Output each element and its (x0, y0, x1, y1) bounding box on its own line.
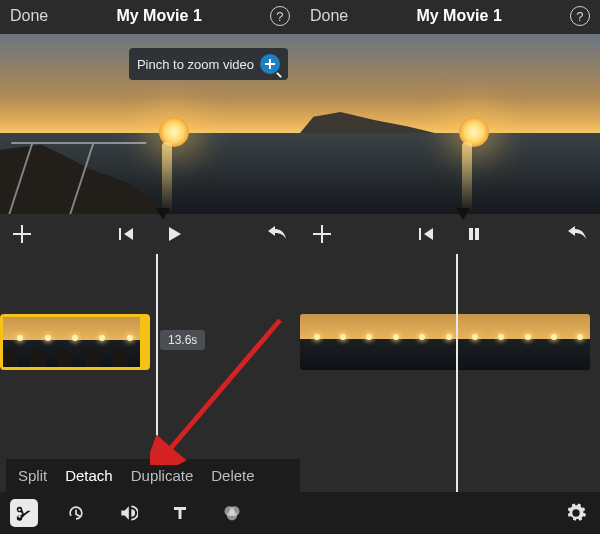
header: Done My Movie 1 ? (300, 0, 600, 34)
filters-button[interactable] (218, 499, 246, 527)
clip-duration: 13.6s (160, 330, 205, 350)
speed-button[interactable] (62, 499, 90, 527)
done-button[interactable]: Done (10, 7, 48, 25)
bottom-toolbar (0, 492, 300, 534)
split-button[interactable]: Split (18, 467, 47, 484)
skip-back-button[interactable] (116, 224, 136, 244)
delete-button[interactable]: Delete (211, 467, 254, 484)
done-button[interactable]: Done (310, 7, 348, 25)
bottom-toolbar (300, 492, 600, 534)
clip[interactable] (300, 314, 590, 370)
playhead-marker-icon (156, 208, 170, 220)
timeline-controls (300, 214, 600, 254)
add-media-button[interactable] (12, 224, 32, 244)
titles-button[interactable] (166, 499, 194, 527)
project-title: My Movie 1 (116, 7, 201, 25)
duplicate-button[interactable]: Duplicate (131, 467, 194, 484)
editor-panel-left: Done My Movie 1 ? Pinch to zoom video (0, 0, 300, 534)
detach-button[interactable]: Detach (65, 467, 113, 484)
help-button[interactable]: ? (570, 6, 590, 26)
help-button[interactable]: ? (270, 6, 290, 26)
scissors-button[interactable] (10, 499, 38, 527)
volume-button[interactable] (114, 499, 142, 527)
selected-clip[interactable] (0, 314, 150, 370)
add-media-button[interactable] (312, 224, 332, 244)
zoom-in-icon (260, 54, 280, 74)
play-button[interactable] (164, 224, 184, 244)
pause-button[interactable] (464, 224, 484, 244)
tooltip-label: Pinch to zoom video (137, 57, 254, 72)
skip-back-button[interactable] (416, 224, 436, 244)
zoom-tooltip: Pinch to zoom video (129, 48, 288, 80)
editor-panel-right: Done My Movie 1 ? (300, 0, 600, 534)
playhead-marker-icon (456, 208, 470, 220)
video-preview[interactable]: Pinch to zoom video (0, 34, 300, 214)
header: Done My Movie 1 ? (0, 0, 300, 34)
undo-button[interactable] (268, 224, 288, 244)
timeline-controls (0, 214, 300, 254)
clip-edit-actions: Split Detach Duplicate Delete (6, 459, 300, 492)
undo-button[interactable] (568, 224, 588, 244)
video-preview[interactable] (300, 34, 600, 214)
settings-button[interactable] (562, 499, 590, 527)
svg-point-2 (227, 511, 237, 521)
project-title: My Movie 1 (416, 7, 501, 25)
